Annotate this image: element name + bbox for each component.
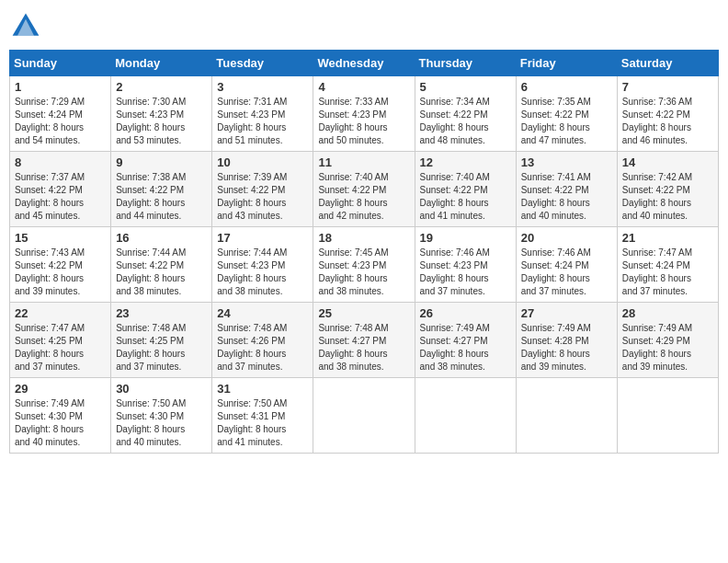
logo <box>9 9 46 42</box>
calendar-cell: 2Sunrise: 7:30 AM Sunset: 4:23 PM Daylig… <box>111 76 212 152</box>
weekday-header-saturday: Saturday <box>617 51 718 76</box>
day-info: Sunrise: 7:31 AM Sunset: 4:23 PM Dayligh… <box>217 96 308 147</box>
day-number: 3 <box>217 80 308 94</box>
page-header <box>9 9 719 42</box>
calendar-cell: 16Sunrise: 7:44 AM Sunset: 4:22 PM Dayli… <box>111 227 212 303</box>
calendar-cell: 30Sunrise: 7:50 AM Sunset: 4:30 PM Dayli… <box>111 378 212 454</box>
day-number: 7 <box>622 80 713 94</box>
day-number: 15 <box>15 231 106 245</box>
day-info: Sunrise: 7:48 AM Sunset: 4:25 PM Dayligh… <box>116 322 207 373</box>
calendar-cell: 19Sunrise: 7:46 AM Sunset: 4:23 PM Dayli… <box>415 227 516 303</box>
calendar-cell: 26Sunrise: 7:49 AM Sunset: 4:27 PM Dayli… <box>415 303 516 378</box>
day-number: 10 <box>217 155 308 169</box>
day-number: 18 <box>318 231 409 245</box>
day-info: Sunrise: 7:44 AM Sunset: 4:22 PM Dayligh… <box>116 247 207 298</box>
calendar-cell: 28Sunrise: 7:49 AM Sunset: 4:29 PM Dayli… <box>617 303 718 378</box>
calendar-cell <box>313 378 415 454</box>
day-info: Sunrise: 7:40 AM Sunset: 4:22 PM Dayligh… <box>318 171 409 223</box>
calendar-week-row: 1Sunrise: 7:29 AM Sunset: 4:24 PM Daylig… <box>10 76 719 152</box>
day-number: 20 <box>521 231 612 245</box>
calendar-cell: 14Sunrise: 7:42 AM Sunset: 4:22 PM Dayli… <box>617 152 718 227</box>
day-info: Sunrise: 7:48 AM Sunset: 4:26 PM Dayligh… <box>217 322 308 373</box>
calendar-cell: 1Sunrise: 7:29 AM Sunset: 4:24 PM Daylig… <box>10 76 111 152</box>
calendar-cell: 7Sunrise: 7:36 AM Sunset: 4:22 PM Daylig… <box>617 76 718 152</box>
calendar-week-row: 8Sunrise: 7:37 AM Sunset: 4:22 PM Daylig… <box>10 152 719 227</box>
day-info: Sunrise: 7:36 AM Sunset: 4:22 PM Dayligh… <box>622 96 713 147</box>
calendar-cell <box>617 378 718 454</box>
calendar-cell: 31Sunrise: 7:50 AM Sunset: 4:31 PM Dayli… <box>212 378 313 454</box>
calendar-cell: 8Sunrise: 7:37 AM Sunset: 4:22 PM Daylig… <box>10 152 111 227</box>
calendar-cell: 22Sunrise: 7:47 AM Sunset: 4:25 PM Dayli… <box>10 303 111 378</box>
day-number: 9 <box>116 155 207 169</box>
day-info: Sunrise: 7:40 AM Sunset: 4:22 PM Dayligh… <box>420 171 511 223</box>
day-number: 26 <box>420 306 511 320</box>
day-number: 17 <box>217 231 308 245</box>
calendar-cell: 3Sunrise: 7:31 AM Sunset: 4:23 PM Daylig… <box>212 76 313 152</box>
weekday-header-thursday: Thursday <box>415 51 516 76</box>
calendar-cell: 29Sunrise: 7:49 AM Sunset: 4:30 PM Dayli… <box>10 378 111 454</box>
day-number: 23 <box>116 306 207 320</box>
day-info: Sunrise: 7:49 AM Sunset: 4:28 PM Dayligh… <box>521 322 612 373</box>
calendar-cell: 24Sunrise: 7:48 AM Sunset: 4:26 PM Dayli… <box>212 303 313 378</box>
calendar-week-row: 15Sunrise: 7:43 AM Sunset: 4:22 PM Dayli… <box>10 227 719 303</box>
calendar-cell: 27Sunrise: 7:49 AM Sunset: 4:28 PM Dayli… <box>516 303 617 378</box>
calendar-cell: 13Sunrise: 7:41 AM Sunset: 4:22 PM Dayli… <box>516 152 617 227</box>
day-number: 2 <box>116 80 207 94</box>
day-number: 5 <box>420 80 511 94</box>
weekday-header-friday: Friday <box>516 51 617 76</box>
calendar-cell: 15Sunrise: 7:43 AM Sunset: 4:22 PM Dayli… <box>10 227 111 303</box>
day-info: Sunrise: 7:49 AM Sunset: 4:30 PM Dayligh… <box>15 397 106 449</box>
day-number: 14 <box>622 155 713 169</box>
weekday-header-sunday: Sunday <box>10 51 111 76</box>
calendar-cell <box>415 378 516 454</box>
day-info: Sunrise: 7:37 AM Sunset: 4:22 PM Dayligh… <box>15 171 106 223</box>
day-info: Sunrise: 7:48 AM Sunset: 4:27 PM Dayligh… <box>318 322 409 373</box>
weekday-header-wednesday: Wednesday <box>313 51 415 76</box>
day-info: Sunrise: 7:38 AM Sunset: 4:22 PM Dayligh… <box>116 171 207 223</box>
day-number: 6 <box>521 80 612 94</box>
day-number: 11 <box>318 155 409 169</box>
day-info: Sunrise: 7:39 AM Sunset: 4:22 PM Dayligh… <box>217 171 308 223</box>
calendar-cell: 12Sunrise: 7:40 AM Sunset: 4:22 PM Dayli… <box>415 152 516 227</box>
day-info: Sunrise: 7:30 AM Sunset: 4:23 PM Dayligh… <box>116 96 207 147</box>
day-number: 30 <box>116 382 207 396</box>
calendar-cell: 5Sunrise: 7:34 AM Sunset: 4:22 PM Daylig… <box>415 76 516 152</box>
day-number: 8 <box>15 155 106 169</box>
day-info: Sunrise: 7:47 AM Sunset: 4:24 PM Dayligh… <box>622 247 713 298</box>
day-number: 31 <box>217 382 308 396</box>
calendar-cell: 21Sunrise: 7:47 AM Sunset: 4:24 PM Dayli… <box>617 227 718 303</box>
day-number: 27 <box>521 306 612 320</box>
day-number: 4 <box>318 80 409 94</box>
day-number: 19 <box>420 231 511 245</box>
day-number: 25 <box>318 306 409 320</box>
calendar-week-row: 29Sunrise: 7:49 AM Sunset: 4:30 PM Dayli… <box>10 378 719 454</box>
day-number: 22 <box>15 306 106 320</box>
calendar-cell: 9Sunrise: 7:38 AM Sunset: 4:22 PM Daylig… <box>111 152 212 227</box>
day-info: Sunrise: 7:49 AM Sunset: 4:27 PM Dayligh… <box>420 322 511 373</box>
day-info: Sunrise: 7:42 AM Sunset: 4:22 PM Dayligh… <box>622 171 713 223</box>
calendar-cell: 20Sunrise: 7:46 AM Sunset: 4:24 PM Dayli… <box>516 227 617 303</box>
day-number: 24 <box>217 306 308 320</box>
calendar-cell: 11Sunrise: 7:40 AM Sunset: 4:22 PM Dayli… <box>313 152 415 227</box>
day-number: 1 <box>15 80 106 94</box>
day-number: 29 <box>15 382 106 396</box>
calendar-cell: 18Sunrise: 7:45 AM Sunset: 4:23 PM Dayli… <box>313 227 415 303</box>
day-info: Sunrise: 7:41 AM Sunset: 4:22 PM Dayligh… <box>521 171 612 223</box>
calendar-cell: 17Sunrise: 7:44 AM Sunset: 4:23 PM Dayli… <box>212 227 313 303</box>
day-info: Sunrise: 7:33 AM Sunset: 4:23 PM Dayligh… <box>318 96 409 147</box>
day-info: Sunrise: 7:35 AM Sunset: 4:22 PM Dayligh… <box>521 96 612 147</box>
day-number: 13 <box>521 155 612 169</box>
day-info: Sunrise: 7:44 AM Sunset: 4:23 PM Dayligh… <box>217 247 308 298</box>
day-number: 21 <box>622 231 713 245</box>
calendar-cell <box>516 378 617 454</box>
calendar-cell: 4Sunrise: 7:33 AM Sunset: 4:23 PM Daylig… <box>313 76 415 152</box>
day-info: Sunrise: 7:50 AM Sunset: 4:31 PM Dayligh… <box>217 397 308 449</box>
day-info: Sunrise: 7:43 AM Sunset: 4:22 PM Dayligh… <box>15 247 106 298</box>
day-info: Sunrise: 7:34 AM Sunset: 4:22 PM Dayligh… <box>420 96 511 147</box>
calendar-cell: 23Sunrise: 7:48 AM Sunset: 4:25 PM Dayli… <box>111 303 212 378</box>
day-info: Sunrise: 7:46 AM Sunset: 4:23 PM Dayligh… <box>420 247 511 298</box>
calendar-table: SundayMondayTuesdayWednesdayThursdayFrid… <box>9 50 719 454</box>
day-info: Sunrise: 7:29 AM Sunset: 4:24 PM Dayligh… <box>15 96 106 147</box>
weekday-header-row: SundayMondayTuesdayWednesdayThursdayFrid… <box>10 51 719 76</box>
day-info: Sunrise: 7:49 AM Sunset: 4:29 PM Dayligh… <box>622 322 713 373</box>
